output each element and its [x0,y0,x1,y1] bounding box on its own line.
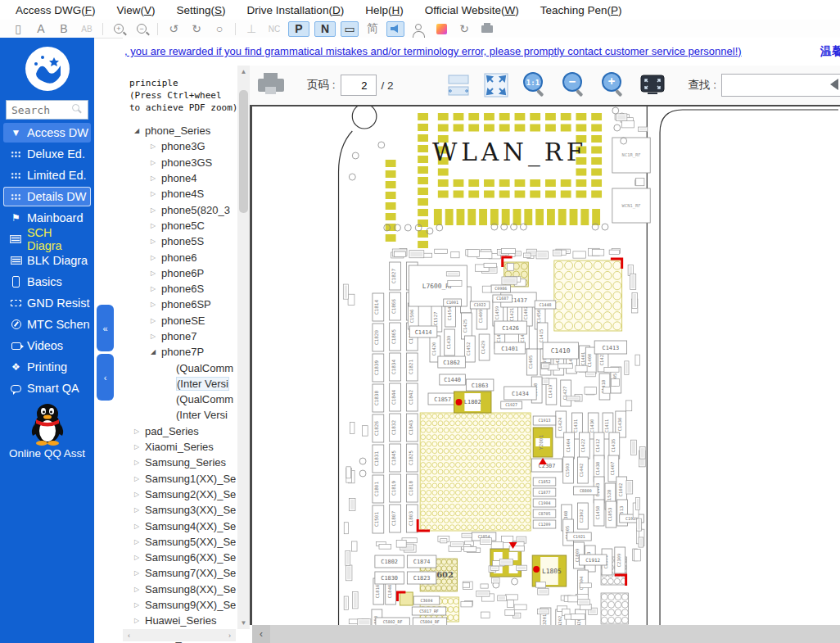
tree-item--inter-versi[interactable]: (Inter Versi [123,376,236,392]
tree-item-phone5c[interactable]: ▷phone5C [123,218,236,233]
tree-item-phone6s[interactable]: ▷phone6S [123,281,236,297]
tree-item-phone4s[interactable]: ▷phone4S [123,186,236,202]
menu-item-5[interactable]: Official Website(W) [414,2,530,18]
zoom-actual-button[interactable]: 1:1 [522,71,548,99]
zoom-in-button[interactable]: + [600,71,626,99]
scroll-up-icon[interactable]: ▲ [237,66,250,78]
sidebar-item-details-dw[interactable]: Details DW [3,187,91,206]
sidebar-item-gnd-resist[interactable]: GND Resist [3,293,91,313]
user-add-icon[interactable] [409,21,427,37]
chevron-collapsed-icon[interactable]: ▷ [134,459,145,466]
tree-item--qualcomm[interactable]: (QualComm [123,392,236,407]
tree-item-phone3g[interactable]: ▷phone3G [123,138,236,154]
lang-button[interactable]: 简 [364,21,382,37]
rotate-reset-icon[interactable]: ○ [210,21,228,37]
palette-icon[interactable] [432,21,450,37]
tree-horizontal-scrollbar[interactable]: ‹ › [123,629,236,641]
chevron-collapsed-icon[interactable]: ▷ [151,333,161,340]
chevron-collapsed-icon[interactable]: ▷ [134,586,145,593]
tree-item-phone7p[interactable]: ◢phone7P [123,344,236,360]
n-button[interactable]: N [314,21,336,37]
chevron-collapsed-icon[interactable]: ▷ [151,238,161,245]
chevron-collapsed-icon[interactable]: ▷ [134,475,145,482]
tree-item-samsung1-xx-se[interactable]: ▷Samsung1(XX)_Se [123,471,236,487]
fit-width-button[interactable] [446,73,471,97]
chevron-collapsed-icon[interactable]: ▷ [151,222,161,229]
fit-page-button[interactable] [484,73,508,97]
screen-button[interactable]: ▭ [341,21,359,37]
printer2-icon[interactable] [478,21,496,37]
tree-item-samsung2-xx-se[interactable]: ▷Samsung2(XX)_Se [123,487,236,502]
tree-item-phone6sp[interactable]: ▷phone6SP [123,297,236,312]
tree-item-samsung4-xx-se[interactable]: ▷Samsung4(XX)_Se [123,518,236,533]
menu-item-1[interactable]: View(V) [106,2,166,18]
tree-item-xiaomi-series[interactable]: ▷Xiaomi_Series [123,439,236,455]
menu-item-0[interactable]: Access DWG(F) [5,2,106,18]
sound-button[interactable] [386,21,404,37]
tree-item-samsung3-xx-se[interactable]: ▷Samsung3(XX)_Se [123,502,236,518]
collapse-toolbar-icon[interactable] [830,79,838,90]
chevron-collapsed-icon[interactable]: ▷ [151,254,161,261]
menu-item-3[interactable]: Drive Installation(D) [237,2,355,18]
zoom-out-icon[interactable]: − [133,21,151,37]
sidebar-item-printing[interactable]: ❖Printing [3,357,91,377]
tree-item-phone6p[interactable]: ▷phone6P [123,265,236,281]
sidebar-item-sch-diagra[interactable]: SCH Diagra [3,229,91,249]
text-a-icon[interactable]: A [32,21,50,37]
sidebar-item-blk-diagra[interactable]: BLK Diagra [3,251,91,270]
tree-vertical-scrollbar[interactable]: ▲ ▼ [237,66,250,629]
menu-item-2[interactable]: Setting(S) [166,2,237,18]
sidebar-item-mtc-schen[interactable]: MTC Schen [3,315,91,334]
schematic-viewer[interactable]: WLAN_RFNC1R_RFWCN1_RFU3602C1814C1820C183… [250,105,840,625]
tree-item--qualcomm[interactable]: (QualComm [123,360,236,375]
chevron-collapsed-icon[interactable]: ▷ [134,569,145,577]
nc-icon[interactable]: NC [265,21,283,37]
text-ab-icon[interactable]: AB [78,21,96,37]
chevron-collapsed-icon[interactable]: ▷ [151,206,161,214]
tree-item-samsung7-xx-se[interactable]: ▷Samsung7(XX)_Se [123,565,236,581]
tree-item-phone7[interactable]: ▷phone7 [123,328,236,344]
rotate-cw-icon[interactable]: ↻ [187,21,205,37]
chevron-collapsed-icon[interactable]: ▷ [134,617,145,624]
p-button[interactable]: P [288,21,309,37]
tree-item-samsung-series[interactable]: ▷Samsung_Series [123,455,236,470]
zoom-out-button[interactable]: − [561,71,587,99]
chevron-collapsed-icon[interactable]: ▷ [134,443,145,451]
tree-item--inter-versi[interactable]: (Inter Versi [123,407,236,423]
tree-item-samsung8-xx-se[interactable]: ▷Samsung8(XX)_Se [123,582,236,597]
tree-item-phone5-820-3[interactable]: ▷phone5(820_3 [123,202,236,217]
page-number-input[interactable] [341,75,377,96]
tree-item-phonese[interactable]: ▷phoneSE [123,313,236,328]
find-input[interactable] [721,74,840,97]
tree-item-phone6[interactable]: ▷phone6 [123,249,236,265]
fullscreen-button[interactable] [639,74,666,97]
chevron-collapsed-icon[interactable]: ▷ [134,506,145,514]
tree-item-phone-series[interactable]: ◢phone_Series [123,123,236,138]
chevron-expanded-icon[interactable]: ◢ [134,127,145,134]
tree-item-phone3gs[interactable]: ▷phone3GS [123,155,236,170]
chevron-collapsed-icon[interactable]: ▷ [151,190,161,197]
sidebar-item-basics[interactable]: Basics [3,272,91,292]
chevron-collapsed-icon[interactable]: ▷ [151,269,161,277]
chevron-collapsed-icon[interactable]: ▷ [134,428,145,435]
tree-item-phone5s[interactable]: ▷phone5S [123,233,236,249]
scroll-down-icon[interactable]: ▼ [237,617,250,629]
chevron-collapsed-icon[interactable]: ▷ [134,554,145,561]
rotate-ccw-icon[interactable]: ↺ [165,21,183,37]
collapse-panel-button[interactable]: ‹ [97,354,114,401]
chevron-collapsed-icon[interactable]: ▷ [134,601,145,609]
menu-item-6[interactable]: Teaching Pen(P) [530,2,633,18]
zoom-in-icon[interactable]: + [110,21,128,37]
scroll-thumb[interactable] [239,90,248,213]
tree-item-phone4[interactable]: ▷phone4 [123,170,236,186]
tree-item-samsung6-xx-se[interactable]: ▷Samsung6(XX)_Se [123,550,236,565]
ground-icon[interactable]: ⊥ [242,21,260,37]
chevron-collapsed-icon[interactable]: ▷ [151,159,161,166]
new-page-icon[interactable]: ▯ [9,21,27,37]
chevron-collapsed-icon[interactable]: ▷ [151,301,161,308]
sidebar-item-mainboard[interactable]: ⚑Mainboard [3,208,91,228]
viewer-horizontal-scrollbar[interactable]: ‹ [252,625,840,643]
chevron-collapsed-icon[interactable]: ▷ [151,143,161,150]
chevron-expanded-icon[interactable]: ◢ [151,348,161,355]
sidebar-item-access-dw[interactable]: ▼Access DW [3,123,91,143]
